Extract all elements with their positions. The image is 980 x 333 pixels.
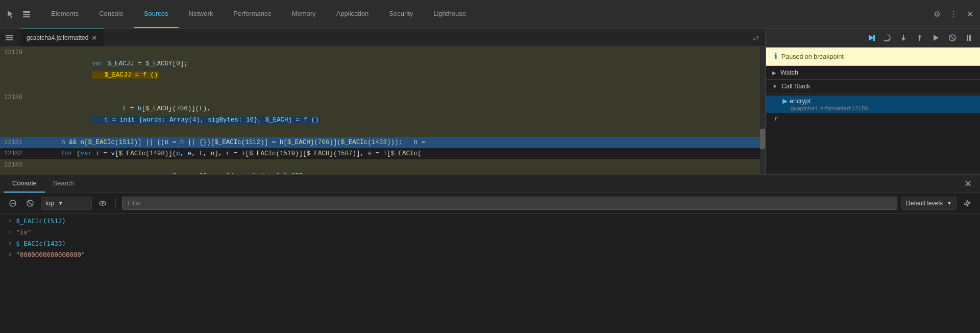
tab-memory[interactable]: Memory xyxy=(282,0,326,28)
nav-tabs: Elements Console Sources Network Perform… xyxy=(41,0,476,28)
console-line-3: › $_EACIc(1433) xyxy=(0,238,980,249)
console-toolbar: top ▼ Default levels ▼ xyxy=(0,193,980,213)
more-icon[interactable]: ⋮ xyxy=(947,8,960,20)
svg-rect-3 xyxy=(6,35,13,36)
svg-rect-18 xyxy=(969,35,971,41)
console-output-icon-2: ‹ xyxy=(8,229,12,236)
code-line-12180: 12180 t = h[$_EACHj(706)](t), t = init {… xyxy=(0,92,760,137)
levels-select[interactable]: Default levels ▼ xyxy=(901,197,957,210)
pause-on-exception-button[interactable] xyxy=(962,31,976,45)
watch-section-header[interactable]: ▶ Watch xyxy=(766,66,980,80)
step-button[interactable] xyxy=(929,31,943,45)
file-tab-name: gcaptcha4.js:formatted xyxy=(27,34,88,41)
tab-network[interactable]: Network xyxy=(179,0,224,28)
console-input-1: $_EACIc(1512) xyxy=(16,217,66,225)
console-line-2: ‹ "iv" xyxy=(0,227,980,238)
svg-line-16 xyxy=(950,35,955,40)
console-input-icon-1: › xyxy=(8,218,12,225)
console-line-1: › $_EACIc(1512) xyxy=(0,216,980,227)
svg-rect-1 xyxy=(23,14,30,15)
svg-rect-7 xyxy=(873,35,875,41)
bottom-panel-close[interactable]: ✕ xyxy=(960,178,976,189)
call-stack-fn-name: encrypt xyxy=(790,98,811,105)
step-into-button[interactable] xyxy=(896,31,911,45)
bottom-tab-search[interactable]: Search xyxy=(45,175,82,193)
tab-performance[interactable]: Performance xyxy=(223,0,281,28)
tab-security[interactable]: Security xyxy=(379,0,423,28)
svg-rect-5 xyxy=(6,39,13,40)
breakpoint-banner: ℹ Paused on breakpoint xyxy=(766,47,980,66)
switch-to-file-icon[interactable]: ⇄ xyxy=(749,34,763,42)
bottom-tabs: Console Search ✕ xyxy=(0,175,980,193)
info-icon: ℹ xyxy=(774,52,777,61)
settings-icon[interactable]: ⚙ xyxy=(931,8,943,20)
top-nav: Elements Console Sources Network Perform… xyxy=(0,0,980,29)
cursor-icon[interactable] xyxy=(4,8,16,20)
bottom-tab-console[interactable]: Console xyxy=(4,175,45,193)
step-over-button[interactable] xyxy=(880,31,894,45)
filter-input[interactable] xyxy=(122,197,897,210)
console-output-2: "iv" xyxy=(16,228,31,236)
deactivate-button[interactable] xyxy=(945,31,960,45)
context-select[interactable]: top ▼ xyxy=(41,197,92,210)
call-stack-selected-icon: ▶ xyxy=(782,97,788,105)
svg-point-24 xyxy=(102,202,104,204)
watch-arrow-icon: ▶ xyxy=(772,70,776,76)
svg-rect-17 xyxy=(967,35,968,41)
console-output-icon-4: ‹ xyxy=(8,251,12,258)
clear-console-button[interactable] xyxy=(6,197,19,210)
code-line-12182: 12182 for (var i = v[$_EACIc(1498)](c, e… xyxy=(0,148,760,159)
nav-icons xyxy=(4,8,33,20)
svg-marker-14 xyxy=(934,35,939,41)
sidebar-toggle[interactable] xyxy=(2,34,16,42)
file-tab-gcaptcha[interactable]: gcaptcha4.js:formatted ✕ xyxy=(20,29,104,46)
call-stack-item-encrypt[interactable]: ▶ encrypt gcaptcha4.js:formatted:12186 xyxy=(766,96,980,113)
file-tabs: gcaptcha4.js:formatted ✕ ⇄ xyxy=(0,29,765,47)
svg-rect-2 xyxy=(23,16,30,17)
ban-button[interactable] xyxy=(23,197,37,210)
eye-icon-button[interactable] xyxy=(96,197,109,210)
bottom-panel: Console Search ✕ top ▼ Default levels ▼ xyxy=(0,174,980,333)
file-tab-close[interactable]: ✕ xyxy=(91,34,97,42)
levels-dropdown-icon: ▼ xyxy=(947,200,952,206)
call-stack-section-header[interactable]: ▼ Call Stack xyxy=(766,80,980,93)
svg-marker-6 xyxy=(869,35,874,41)
svg-line-22 xyxy=(28,201,33,205)
code-line-12181: 12181 n && n[$_EACIc(1512)] || ((n = n |… xyxy=(0,137,760,148)
toolbar-separator xyxy=(115,198,116,208)
nav-right-icons: ⚙ ⋮ ✕ xyxy=(931,8,976,20)
console-settings-button[interactable] xyxy=(961,197,974,210)
layers-icon[interactable] xyxy=(20,8,33,20)
call-stack-location: gcaptcha4.js:formatted:12186 xyxy=(782,105,972,111)
console-input-3: $_EACIc(1433) xyxy=(16,240,66,247)
tab-application[interactable]: Application xyxy=(326,0,379,28)
tab-elements[interactable]: Elements xyxy=(41,0,89,28)
watch-value-r: r xyxy=(766,113,980,124)
call-stack-content: ▶ encrypt gcaptcha4.js:formatted:12186 r xyxy=(766,93,980,126)
code-line-12179: 12179 var $_EACJJ = $_EACGY[0]; $_EACJJ … xyxy=(0,47,760,92)
v-scrollbar-thumb[interactable] xyxy=(760,129,765,149)
console-input-icon-3: › xyxy=(8,240,12,247)
resume-button[interactable] xyxy=(864,31,878,45)
step-out-button[interactable] xyxy=(913,31,927,45)
close-devtools-icon[interactable]: ✕ xyxy=(964,8,976,20)
svg-marker-11 xyxy=(901,38,905,41)
breakpoint-text: Paused on breakpoint xyxy=(781,53,844,60)
console-line-4: ‹ "0000000000000000" xyxy=(0,249,980,260)
svg-rect-4 xyxy=(6,37,13,38)
tab-sources[interactable]: Sources xyxy=(134,0,179,28)
call-stack-arrow-icon: ▼ xyxy=(772,84,777,89)
debug-controls xyxy=(766,29,980,47)
console-output-4: "0000000000000000" xyxy=(16,251,85,258)
tab-lighthouse[interactable]: Lighthouse xyxy=(423,0,476,28)
svg-rect-0 xyxy=(23,11,30,13)
context-dropdown-icon: ▼ xyxy=(58,200,63,206)
call-stack-label: Call Stack xyxy=(781,83,810,90)
watch-label: Watch xyxy=(780,69,798,76)
tab-console[interactable]: Console xyxy=(89,0,134,28)
console-output: › $_EACIc(1512) ‹ "iv" › $_EACIc(1433) ‹… xyxy=(0,213,980,333)
svg-marker-13 xyxy=(918,35,922,37)
